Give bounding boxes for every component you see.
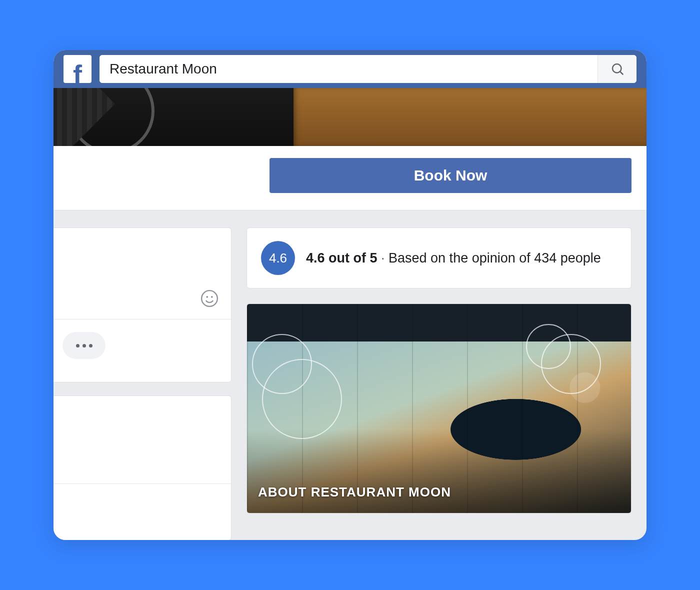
browser-window: f Book Now xyxy=(54,50,646,540)
rating-card: 4.6 4.6 out of 5 · Based on the opinion … xyxy=(246,228,632,288)
about-card[interactable]: ABOUT RESTAURANT MOON xyxy=(246,304,632,514)
facebook-logo[interactable]: f xyxy=(64,55,92,83)
svg-point-4 xyxy=(211,296,213,298)
search-input[interactable] xyxy=(100,55,598,83)
search-icon xyxy=(610,62,625,76)
rating-score: 4.6 out of 5 xyxy=(306,250,378,266)
cover-right xyxy=(294,88,646,146)
book-now-button[interactable]: Book Now xyxy=(270,158,632,193)
decor-circle xyxy=(526,324,571,369)
decor-circle xyxy=(252,334,312,394)
svg-point-3 xyxy=(206,296,208,298)
svg-line-1 xyxy=(620,72,623,74)
rating-badge: 4.6 xyxy=(261,241,295,275)
cover-photo xyxy=(54,88,646,146)
svg-point-0 xyxy=(612,64,622,73)
rating-text: 4.6 out of 5 · Based on the opinion of 4… xyxy=(306,249,601,267)
left-card-top xyxy=(54,228,232,382)
left-card-bottom xyxy=(54,396,232,540)
search-wrap xyxy=(100,55,636,83)
more-button[interactable] xyxy=(62,332,106,359)
search-button[interactable] xyxy=(598,55,636,83)
smiley-icon[interactable] xyxy=(200,289,219,308)
divider xyxy=(54,319,231,320)
divider xyxy=(54,484,231,484)
left-column xyxy=(54,228,232,540)
right-column: 4.6 4.6 out of 5 · Based on the opinion … xyxy=(246,228,632,540)
rating-basis: Based on the opinion of 434 people xyxy=(388,250,601,266)
cover-left xyxy=(54,88,294,146)
action-row: Book Now xyxy=(54,146,646,210)
about-label: ABOUT RESTAURANT MOON xyxy=(258,484,451,500)
content-columns: 4.6 4.6 out of 5 · Based on the opinion … xyxy=(54,210,646,540)
rating-separator: · xyxy=(378,250,389,266)
svg-point-2 xyxy=(202,290,218,306)
topbar: f xyxy=(54,50,646,88)
